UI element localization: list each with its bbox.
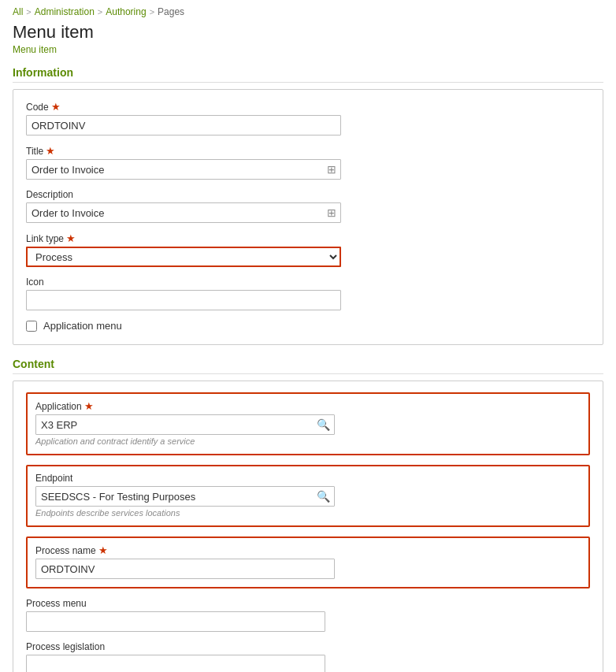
link-type-label: Link type ★ (26, 232, 590, 244)
application-label: Application ★ (35, 400, 581, 412)
breadcrumb-authoring[interactable]: Authoring (106, 6, 146, 17)
app-menu-checkbox[interactable] (26, 321, 37, 332)
process-menu-group: Process menu (26, 598, 590, 632)
breadcrumb-all[interactable]: All (13, 6, 23, 17)
application-hint: Application and contract identify a serv… (35, 436, 581, 446)
endpoint-input[interactable] (35, 486, 335, 507)
description-input[interactable] (26, 202, 341, 223)
application-input-wrapper: 🔍 (35, 414, 335, 435)
code-input[interactable] (26, 115, 341, 136)
process-menu-input[interactable] (26, 611, 325, 632)
page-title: Menu item (13, 22, 603, 43)
process-name-required-star: ★ (98, 544, 108, 556)
process-menu-label: Process menu (26, 598, 590, 609)
icon-group: Icon (26, 277, 590, 310)
information-section-box: Code ★ Title ★ ⊞ Description ⊞ (13, 89, 603, 345)
app-menu-label: Application menu (43, 320, 122, 332)
icon-input[interactable] (26, 290, 341, 310)
title-input[interactable] (26, 159, 341, 180)
title-label: Title ★ (26, 145, 590, 157)
link-type-select[interactable]: Process URL Page (26, 247, 341, 267)
breadcrumb-sep2: > (98, 7, 102, 17)
breadcrumb-sep3: > (150, 7, 154, 17)
breadcrumb-admin[interactable]: Administration (35, 6, 95, 17)
application-input[interactable] (35, 414, 335, 435)
code-label: Code ★ (26, 101, 590, 113)
process-legislation-input[interactable] (26, 655, 325, 672)
page-subtitle: Menu item (13, 44, 603, 55)
title-required-star: ★ (46, 145, 55, 157)
code-required-star: ★ (51, 101, 61, 113)
process-legislation-label: Process legislation (26, 641, 590, 652)
endpoint-hint: Endpoints describe services locations (35, 508, 581, 518)
process-name-input[interactable] (35, 559, 335, 579)
endpoint-search-icon[interactable]: 🔍 (317, 490, 330, 503)
information-section-title: Information (13, 66, 603, 83)
title-expand-icon[interactable]: ⊞ (327, 163, 336, 176)
code-group: Code ★ (26, 101, 590, 136)
endpoint-input-wrapper: 🔍 (35, 486, 335, 507)
application-group: Application ★ 🔍 Application and contract… (26, 392, 590, 455)
app-menu-group: Application menu (26, 320, 590, 332)
page-container: All > Administration > Authoring > Pages… (0, 0, 616, 672)
content-section-box: Application ★ 🔍 Application and contract… (13, 381, 603, 672)
icon-label: Icon (26, 277, 590, 288)
endpoint-label: Endpoint (35, 473, 581, 484)
breadcrumb: All > Administration > Authoring > Pages (13, 6, 603, 17)
link-type-group: Link type ★ Process URL Page (26, 232, 590, 267)
endpoint-group: Endpoint 🔍 Endpoints describe services l… (26, 465, 590, 527)
process-name-label: Process name ★ (35, 544, 581, 556)
description-input-wrapper: ⊞ (26, 202, 341, 223)
title-input-wrapper: ⊞ (26, 159, 341, 180)
title-group: Title ★ ⊞ (26, 145, 590, 180)
application-search-icon[interactable]: 🔍 (317, 418, 330, 431)
description-label: Description (26, 189, 590, 200)
description-expand-icon[interactable]: ⊞ (327, 206, 336, 219)
application-required-star: ★ (84, 400, 94, 412)
process-legislation-group: Process legislation (26, 641, 590, 672)
link-type-required-star: ★ (66, 232, 76, 244)
process-name-group: Process name ★ (26, 536, 590, 588)
content-section-title: Content (13, 358, 603, 374)
breadcrumb-sep1: > (26, 7, 31, 17)
description-group: Description ⊞ (26, 189, 590, 223)
breadcrumb-pages: Pages (158, 6, 184, 17)
